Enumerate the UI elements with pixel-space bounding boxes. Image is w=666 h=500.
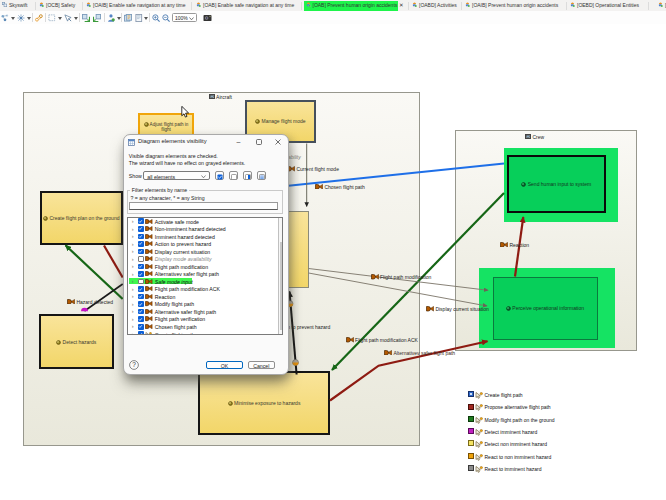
svg-text:?: ?: [132, 361, 136, 368]
